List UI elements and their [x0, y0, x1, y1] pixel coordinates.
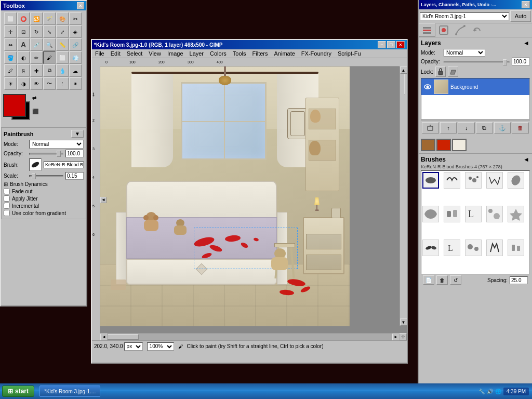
layer-list[interactable]: Background	[421, 78, 530, 119]
incremental-checkbox[interactable]	[4, 203, 10, 209]
canvas-hscrollbar[interactable]: ◄ ►	[100, 333, 400, 340]
raise-layer-button[interactable]: ↑	[440, 122, 457, 134]
text-tool[interactable]: A	[17, 38, 30, 51]
pencil-tool[interactable]: ✏	[30, 51, 43, 64]
color-picker-tool[interactable]: 💉	[30, 38, 43, 51]
gimp-close-button[interactable]: ×	[396, 41, 405, 48]
shear-tool[interactable]: ⤢	[56, 25, 69, 38]
rect-select-tool[interactable]: ⬜	[4, 12, 17, 25]
menu-tools[interactable]: Tools	[230, 49, 249, 58]
layers-tab-icon1[interactable]	[419, 23, 435, 37]
clone-tool[interactable]: ⎘	[17, 64, 30, 77]
brush-cell-14[interactable]	[486, 240, 503, 256]
dodge-burn-tool[interactable]: ☀	[4, 77, 17, 90]
airbrush-tool[interactable]: 💨	[69, 51, 82, 64]
smudge-tool[interactable]: ☁	[69, 64, 82, 77]
magnify-tool[interactable]: 🔍	[43, 38, 56, 51]
menu-select[interactable]: Select	[124, 49, 146, 58]
navigate-icon[interactable]: ⊹	[400, 333, 407, 340]
brush-cell-10[interactable]	[508, 206, 524, 222]
measure-tool[interactable]: 📏	[56, 38, 69, 51]
start-button[interactable]: ⊞ start	[2, 385, 34, 397]
brushes-section-expand[interactable]: ◄	[523, 156, 530, 163]
refresh-brushes-button[interactable]: ↺	[450, 275, 461, 285]
menu-filters[interactable]: Filters	[249, 49, 271, 58]
rotate-tool[interactable]: ↻	[30, 25, 43, 38]
mode-select[interactable]: NormalDissolveMultiply	[29, 140, 84, 149]
swatch-brown[interactable]	[421, 139, 435, 151]
lasso-tool[interactable]: 🔁	[30, 12, 43, 25]
brush-cell-6[interactable]	[422, 206, 439, 222]
reset-colors-button[interactable]: ⬛	[32, 109, 38, 114]
delete-layer-button[interactable]: 🗑	[512, 122, 529, 134]
select-by-color-tool[interactable]: 🎨	[56, 12, 69, 25]
menu-view[interactable]: View	[145, 49, 164, 58]
ink-tool[interactable]: 🖊	[4, 64, 17, 77]
toolbox-close-button[interactable]: ×	[77, 2, 84, 9]
desaturate-tool[interactable]: ◑	[17, 77, 30, 90]
scale-slider[interactable]	[29, 175, 63, 177]
layers-close-button[interactable]: ×	[522, 1, 530, 8]
warp-tool[interactable]: 〜	[43, 77, 56, 90]
menu-animate[interactable]: Animate	[271, 49, 298, 58]
perspective-clone-tool[interactable]: ⧉	[43, 64, 56, 77]
brush-cell-12[interactable]: L	[444, 240, 460, 256]
fade-out-checkbox[interactable]	[4, 188, 10, 194]
paths-tool[interactable]: 🔗	[69, 38, 82, 51]
heal-tool[interactable]: ✚	[30, 64, 43, 77]
bucket-fill-tool[interactable]: 🪣	[4, 51, 17, 64]
flip-tool[interactable]: ⇔	[4, 38, 17, 51]
opacity-slider[interactable]	[29, 153, 63, 155]
layer-visibility-toggle[interactable]	[423, 83, 432, 91]
fg-select-tool[interactable]: ⁕	[69, 77, 82, 90]
layers-section-expand[interactable]: ◄	[523, 39, 530, 47]
unit-select[interactable]: pxmmin	[124, 342, 143, 351]
scroll-up-button[interactable]: ▲	[400, 66, 407, 74]
layer-item-background[interactable]: Background	[421, 78, 529, 95]
fuzzy-select-tool[interactable]: 🪄	[43, 12, 56, 25]
duplicate-layer-button[interactable]: ⧉	[476, 122, 493, 134]
opacity-input[interactable]: 100.0	[65, 150, 84, 157]
scroll-left-button[interactable]: ◄	[100, 334, 108, 341]
menu-image[interactable]: Image	[164, 49, 187, 58]
menu-file[interactable]: File	[92, 49, 108, 58]
menu-fxfoundry[interactable]: FX-Foundry	[298, 49, 335, 58]
anchor-layer-button[interactable]: ⚓	[494, 122, 511, 134]
menu-edit[interactable]: Edit	[108, 49, 124, 58]
image-select[interactable]: Kid's Room 3.jpg-1	[420, 12, 509, 20]
use-color-gradient-checkbox[interactable]	[4, 210, 10, 216]
brush-cell-15[interactable]	[508, 240, 524, 256]
swatch-red[interactable]	[436, 139, 451, 151]
canvas-scroll-area[interactable]: ◄	[100, 66, 407, 333]
crop-tool[interactable]: ⊡	[17, 25, 30, 38]
new-brush-button[interactable]: 📄	[423, 275, 434, 285]
eraser-tool[interactable]: ⬜	[56, 51, 69, 64]
scissors-tool[interactable]: ✂	[69, 12, 82, 25]
brush-cell-9[interactable]	[486, 206, 503, 222]
apply-jitter-checkbox[interactable]	[4, 195, 10, 202]
swatch-white[interactable]	[452, 139, 467, 151]
scroll-thumb-h[interactable]	[108, 334, 139, 340]
new-layer-button[interactable]	[422, 122, 439, 134]
paintbrush-collapse-button[interactable]: ▼	[71, 130, 84, 138]
brush-cell-11[interactable]	[422, 240, 439, 256]
scale-input[interactable]: 0.15	[65, 172, 84, 180]
gimp-maximize-button[interactable]: □	[387, 41, 395, 48]
brush-cell-1[interactable]	[422, 172, 439, 189]
canvas-image[interactable]	[100, 66, 350, 326]
brush-grid[interactable]: L	[421, 170, 530, 274]
layers-tab-icon3[interactable]	[452, 23, 469, 37]
blur-tool[interactable]: 💧	[56, 64, 69, 77]
menu-colors[interactable]: Colors	[207, 49, 230, 58]
taskbar-gimp-item[interactable]: *Kid's Room 3.jpg-1....	[39, 385, 100, 397]
brush-cell-4[interactable]	[486, 172, 503, 189]
brush-dynamics-row[interactable]: ⊞ Brush Dynamics	[4, 181, 84, 188]
ellipse-select-tool[interactable]: ⭕	[17, 12, 30, 25]
paintbrush-tool[interactable]: 🖌	[43, 51, 56, 64]
menu-scriptfu[interactable]: Script-Fu	[335, 49, 364, 58]
canvas-vscrollbar[interactable]: ▲ ▼	[400, 66, 407, 326]
brush-cell-7[interactable]	[444, 206, 460, 222]
lock-paint-button[interactable]	[448, 66, 458, 77]
brush-preview[interactable]	[29, 158, 42, 171]
perspective-tool[interactable]: ◈	[69, 25, 82, 38]
